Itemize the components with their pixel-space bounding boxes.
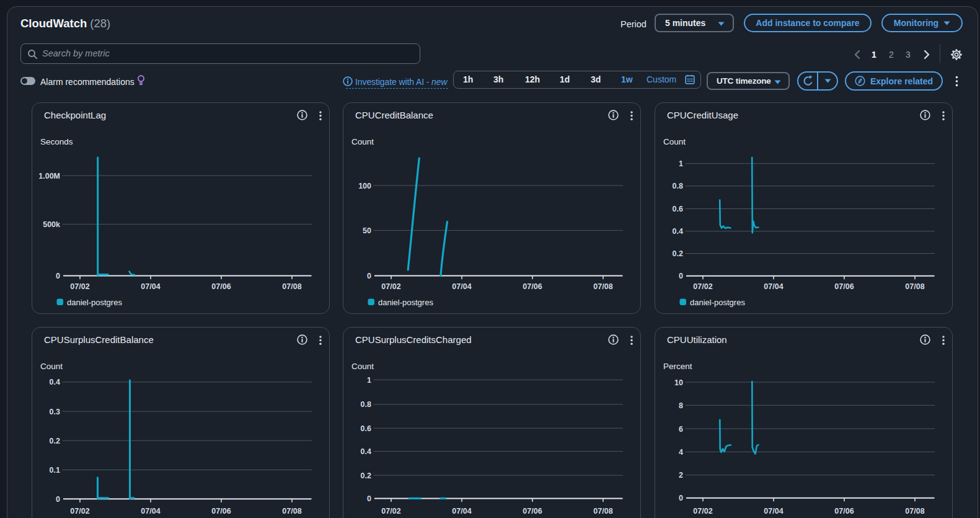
svg-text:0.8: 0.8 [673, 182, 683, 190]
svg-text:6: 6 [679, 425, 683, 434]
svg-text:1.00M: 1.00M [38, 172, 60, 181]
svg-text:0: 0 [56, 495, 60, 504]
svg-text:50: 50 [363, 226, 371, 235]
svg-text:07/02: 07/02 [693, 282, 712, 291]
svg-text:0: 0 [56, 272, 60, 280]
svg-text:07/06: 07/06 [834, 507, 854, 516]
svg-text:07/02: 07/02 [381, 507, 400, 516]
svg-text:0.2: 0.2 [50, 437, 60, 445]
svg-text:07/06: 07/06 [523, 507, 542, 516]
svg-text:0.3: 0.3 [50, 408, 60, 416]
svg-text:07/04: 07/04 [141, 282, 160, 291]
svg-text:0.4: 0.4 [673, 227, 683, 236]
svg-text:07/04: 07/04 [141, 507, 160, 516]
svg-text:Count: Count [40, 362, 63, 371]
svg-text:0.1: 0.1 [50, 466, 60, 475]
svg-text:07/04: 07/04 [452, 282, 471, 291]
svg-text:Count: Count [351, 362, 374, 371]
svg-text:8: 8 [679, 401, 683, 410]
svg-text:07/06: 07/06 [211, 282, 231, 291]
svg-text:0.6: 0.6 [361, 424, 371, 433]
svg-text:07/08: 07/08 [593, 282, 612, 291]
svg-text:2: 2 [679, 471, 683, 480]
svg-text:07/04: 07/04 [452, 507, 471, 516]
svg-text:0.4: 0.4 [50, 378, 60, 386]
svg-text:0: 0 [679, 272, 683, 280]
svg-text:0.8: 0.8 [361, 400, 371, 409]
svg-text:0.2: 0.2 [673, 249, 683, 258]
svg-text:07/02: 07/02 [70, 507, 89, 516]
svg-text:07/04: 07/04 [764, 282, 783, 291]
svg-text:07/02: 07/02 [381, 282, 400, 291]
svg-text:4: 4 [679, 448, 683, 457]
svg-text:Seconds: Seconds [40, 137, 73, 146]
svg-text:0.2: 0.2 [361, 471, 371, 480]
svg-text:07/06: 07/06 [834, 282, 854, 291]
svg-text:10: 10 [674, 378, 683, 387]
svg-text:07/08: 07/08 [593, 507, 612, 516]
svg-text:Count: Count [351, 137, 374, 146]
svg-text:0.4: 0.4 [361, 447, 371, 456]
svg-text:07/04: 07/04 [764, 507, 783, 516]
svg-text:1: 1 [367, 376, 371, 385]
svg-text:daniel-postgres: daniel-postgres [67, 298, 122, 307]
svg-text:500k: 500k [43, 220, 60, 229]
svg-text:0: 0 [367, 494, 371, 503]
svg-text:07/08: 07/08 [282, 507, 301, 516]
svg-text:Count: Count [663, 137, 686, 146]
svg-text:07/06: 07/06 [523, 282, 542, 291]
svg-text:0.6: 0.6 [673, 205, 683, 213]
svg-text:07/08: 07/08 [905, 282, 924, 291]
svg-text:07/08: 07/08 [905, 507, 924, 516]
svg-text:07/06: 07/06 [211, 507, 231, 516]
svg-text:100: 100 [358, 182, 371, 190]
svg-text:07/02: 07/02 [70, 282, 89, 291]
svg-text:1: 1 [679, 159, 683, 168]
svg-text:Percent: Percent [663, 362, 692, 371]
svg-text:0: 0 [679, 494, 683, 502]
svg-text:07/02: 07/02 [693, 507, 712, 516]
svg-text:07/08: 07/08 [282, 282, 301, 291]
svg-text:daniel-postgres: daniel-postgres [378, 298, 433, 307]
svg-text:0: 0 [367, 272, 371, 280]
svg-text:daniel-postgres: daniel-postgres [690, 298, 745, 307]
